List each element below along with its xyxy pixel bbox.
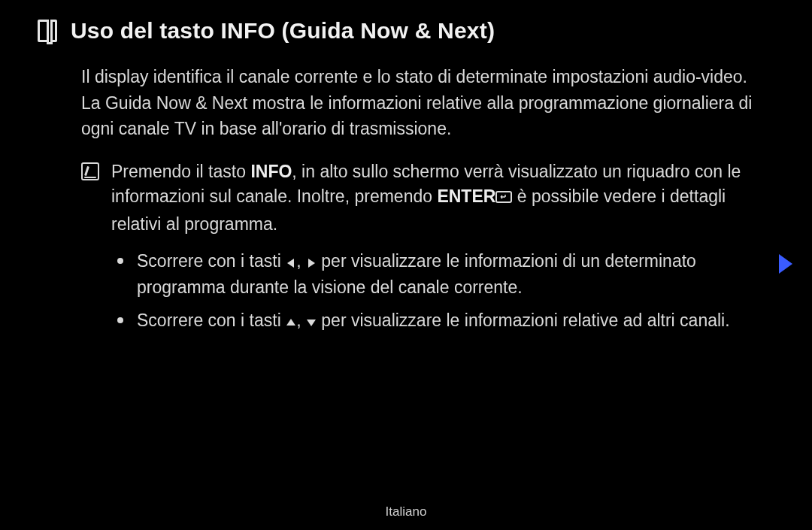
- section-header: Uso del tasto INFO (Guida Now & Next): [38, 18, 767, 44]
- triangle-right-icon: [306, 250, 317, 275]
- intro-paragraph-1: Il display identifica il canale corrente…: [81, 65, 767, 89]
- info-keyword: INFO: [250, 162, 292, 181]
- note-icon: [81, 162, 99, 180]
- intro-paragraph-2: La Guida Now & Next mostra le informazio…: [81, 91, 767, 141]
- comma1: ,: [296, 251, 306, 271]
- page-title: Uso del tasto INFO (Guida Now & Next): [71, 18, 495, 44]
- triangle-up-icon: [286, 310, 296, 335]
- bullet-item-1: Scorrere con i tasti , per visualizzare …: [117, 249, 767, 301]
- note-seg1: Premendo il tasto: [111, 162, 250, 181]
- svg-marker-3: [286, 319, 295, 326]
- bullet-item-2: Scorrere con i tasti , per visualizzare …: [117, 308, 767, 335]
- next-page-arrow[interactable]: [777, 253, 794, 278]
- bullet2-a: Scorrere con i tasti: [137, 310, 286, 330]
- triangle-down-icon: [306, 310, 317, 335]
- bullet2-b: per visualizzare le informazioni relativ…: [317, 310, 730, 330]
- bullet-list: Scorrere con i tasti , per visualizzare …: [81, 249, 767, 335]
- svg-marker-2: [308, 259, 315, 268]
- triangle-left-icon: [286, 250, 296, 275]
- note-block: Premendo il tasto INFO, in alto sullo sc…: [81, 159, 767, 237]
- svg-marker-1: [287, 259, 294, 268]
- enter-icon: [495, 186, 512, 211]
- svg-marker-4: [307, 320, 316, 326]
- svg-marker-5: [779, 254, 792, 274]
- footer-language: Italiano: [0, 504, 812, 519]
- enter-keyword: ENTER: [437, 186, 495, 206]
- comma2: ,: [296, 310, 306, 330]
- bookmark-icon: [38, 20, 57, 42]
- bullet1-a: Scorrere con i tasti: [137, 251, 286, 271]
- note-text: Premendo il tasto INFO, in alto sullo sc…: [111, 159, 767, 237]
